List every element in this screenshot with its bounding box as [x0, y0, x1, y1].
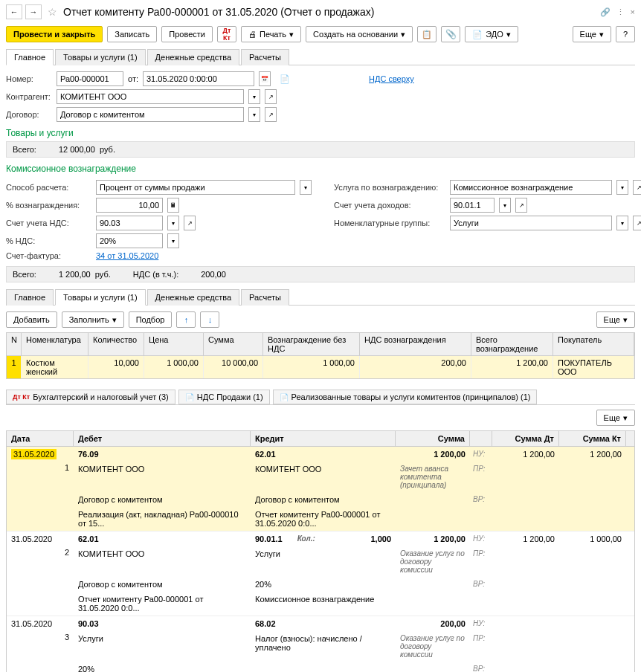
fill-button[interactable]: Заполнить ▾ — [62, 311, 124, 328]
calendar-button[interactable]: 📅 — [259, 71, 271, 86]
acct-entry[interactable]: 31.05.2020390.0368.02200,00НУ:УслугиНало… — [7, 616, 634, 672]
acct-entry[interactable]: 31.05.2020176.0962.011 200,00НУ:1 200,00… — [7, 447, 634, 532]
move-down-button[interactable]: ↓ — [200, 311, 219, 328]
add-button[interactable]: Добавить — [6, 311, 57, 328]
print-button[interactable]: 🖨 Печать ▾ — [241, 26, 301, 42]
method-dd[interactable]: ▾ — [300, 180, 312, 195]
link-icon[interactable]: 🔗 — [600, 7, 611, 17]
tab-calc[interactable]: Расчеты — [241, 49, 289, 65]
nomen-dd[interactable]: ▾ — [616, 216, 628, 230]
counterparty-open[interactable]: ↗ — [265, 89, 277, 104]
vat-acct-input[interactable] — [96, 216, 163, 230]
acct-entry[interactable]: 31.05.2020262.0190.01.1Кол.:1,0001 200,0… — [7, 532, 634, 616]
contract-input[interactable] — [57, 107, 244, 122]
date-input[interactable] — [143, 71, 254, 86]
goods-total-box: Всего: 12 000,00 руб. — [6, 141, 635, 158]
service-open[interactable]: ↗ — [633, 180, 641, 195]
posted-icon: 📄 — [280, 74, 290, 84]
reg-tab-real[interactable]: 📄Реализованные товары и услуги комитенто… — [273, 390, 538, 404]
save-button[interactable]: Записать — [107, 26, 157, 42]
nav-back[interactable]: ← — [6, 4, 22, 19]
dtkt-icon: ДтКт — [223, 27, 231, 42]
select-button[interactable]: Подбор — [129, 311, 173, 328]
nomen-open[interactable]: ↗ — [633, 216, 641, 230]
from-label: от: — [128, 74, 138, 83]
income-acct-open[interactable]: ↗ — [515, 198, 527, 213]
related-button[interactable]: 📋 — [417, 26, 437, 42]
clip-icon: 📎 — [445, 29, 457, 39]
edo-button[interactable]: 📄 ЭДО ▾ — [465, 26, 518, 42]
commission-total-box: Всего: 1 200,00 руб. НДС (в т.ч.): 200,0… — [6, 266, 635, 282]
contract-dd[interactable]: ▾ — [248, 107, 260, 122]
help-button[interactable]: ? — [616, 26, 635, 42]
reg-tab-acct[interactable]: Дт КтБухгалтерский и налоговый учет (3) — [6, 390, 175, 404]
grid-more-button[interactable]: Еще ▾ — [596, 311, 635, 328]
close-icon[interactable]: × — [631, 7, 635, 17]
acct-more-button[interactable]: Еще ▾ — [596, 410, 635, 426]
vat-pct-input[interactable] — [96, 233, 163, 248]
counterparty-dd[interactable]: ▾ — [248, 89, 260, 104]
income-acct-input[interactable] — [450, 198, 495, 213]
vat-pct-dd[interactable]: ▾ — [167, 233, 179, 248]
grid-row[interactable]: 1 Костюм женский 10,000 1 000,00 10 000,… — [7, 356, 634, 378]
method-input[interactable] — [96, 180, 295, 195]
kebab-icon[interactable]: ⋮ — [616, 7, 625, 17]
post-close-button[interactable]: Провести и закрыть — [6, 26, 103, 42]
favorite-icon[interactable]: ☆ — [48, 6, 57, 18]
goods-section-title: Товары и услуги — [6, 128, 635, 138]
vat-link[interactable]: НДС сверху — [369, 74, 414, 83]
tab2-goods[interactable]: Товары и услуги (1) — [55, 289, 146, 306]
counterparty-label: Контрагент: — [6, 92, 52, 101]
reg-tab-vat[interactable]: 📄НДС Продажи (1) — [178, 390, 270, 404]
number-label: Номер: — [6, 74, 52, 83]
attach-button[interactable]: 📎 — [441, 26, 460, 42]
commission-title: Комиссионное вознаграждение — [6, 164, 635, 174]
post-button[interactable]: Провести — [161, 26, 213, 42]
nomen-input[interactable] — [450, 216, 612, 230]
create-based-button[interactable]: Создать на основании ▾ — [306, 26, 413, 42]
move-up-button[interactable]: ↑ — [176, 311, 196, 328]
dtkt-button[interactable]: ДтКт — [217, 26, 236, 42]
tab2-calc[interactable]: Расчеты — [241, 289, 289, 306]
goods-grid: N Номенклатура Количество Цена Сумма Воз… — [6, 332, 635, 379]
tab2-cash[interactable]: Денежные средства — [147, 289, 239, 306]
tab-main[interactable]: Главное — [6, 49, 54, 65]
pct-input[interactable] — [96, 198, 163, 213]
more-button[interactable]: Еще ▾ — [573, 26, 611, 42]
tab-cash[interactable]: Денежные средства — [147, 49, 239, 65]
tab2-main[interactable]: Главное — [6, 289, 54, 306]
service-input[interactable] — [450, 180, 612, 195]
counterparty-input[interactable] — [57, 89, 244, 104]
nav-fwd[interactable]: → — [25, 4, 42, 19]
vat-acct-open[interactable]: ↗ — [184, 216, 196, 230]
contract-label: Договор: — [6, 110, 52, 119]
accounting-table: Дата Дебет Кредит Сумма Сумма Дт Сумма К… — [6, 430, 635, 672]
contract-open[interactable]: ↗ — [265, 107, 277, 122]
pct-calc[interactable]: 🖩 — [167, 198, 179, 213]
vat-acct-dd[interactable]: ▾ — [167, 216, 179, 230]
tab-goods[interactable]: Товары и услуги (1) — [55, 49, 146, 65]
number-input[interactable] — [57, 71, 123, 86]
window-title: Отчет комитенту Ра00-000001 от 31.05.202… — [63, 6, 597, 18]
invoice-link[interactable]: 34 от 31.05.2020 — [96, 251, 158, 260]
service-dd[interactable]: ▾ — [616, 180, 628, 195]
income-acct-dd[interactable]: ▾ — [499, 198, 511, 213]
